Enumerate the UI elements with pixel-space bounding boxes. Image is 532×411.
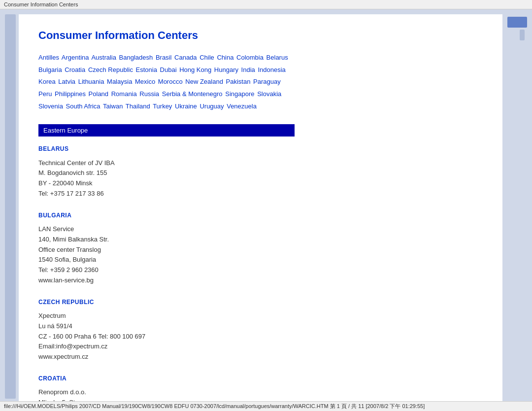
country-block-belarus: BELARUS Technical Center of JV IBA M. Bo…	[38, 144, 483, 199]
nav-link-south-africa[interactable]: South Africa	[66, 103, 100, 110]
nav-links: Antilles Argentina Australia Bangladesh …	[38, 52, 483, 112]
belarus-line-2: M. Bogdanovich str. 155	[38, 168, 483, 178]
nav-link-poland[interactable]: Poland	[89, 90, 108, 98]
croatia-line-1: Renoprom d.o.o.	[38, 387, 483, 398]
czech-line-5: www.xpectrum.cz	[38, 352, 483, 362]
nav-link-czech-republic[interactable]: Czech Republic	[88, 66, 133, 73]
nav-link-hongkong[interactable]: Hong Kong	[179, 66, 211, 73]
nav-link-venezuela[interactable]: Venezuela	[227, 103, 257, 110]
section-header: Eastern Europe	[38, 124, 295, 137]
right-thin-bar	[520, 30, 525, 40]
right-sidebar	[502, 14, 532, 411]
nav-link-india[interactable]: India	[241, 66, 255, 73]
status-bar: file:///Hi/OEM.MODELS/Philips 2007/CD Ma…	[0, 401, 532, 411]
nav-link-brasil[interactable]: Brasil	[156, 54, 172, 61]
title-bar: Consumer Information Centers	[0, 0, 532, 9]
nav-link-lithuania[interactable]: Lithuania	[78, 78, 104, 85]
nav-link-turkey[interactable]: Turkey	[153, 103, 172, 110]
bulgaria-line-6: www.lan-service.bg	[38, 275, 483, 286]
nav-link-paraguay[interactable]: Paraguay	[253, 78, 281, 85]
nav-link-hungary[interactable]: Hungary	[214, 66, 238, 73]
bulgaria-line-4: 1540 Sofia, Bulgaria	[38, 255, 483, 265]
country-block-czech-republic: CZECH REPUBLIC Xpectrum Lu ná 591/4 CZ -…	[38, 298, 483, 362]
nav-link-argentina[interactable]: Argentina	[62, 54, 89, 61]
country-heading-croatia: CROATIA	[38, 374, 483, 383]
country-block-bulgaria: BULGARIA LAN Service 140, Mimi Balkanska…	[38, 211, 483, 286]
nav-link-antilles[interactable]: Antilles	[38, 54, 59, 61]
nav-link-colombia[interactable]: Colombia	[236, 54, 264, 61]
czech-line-3: CZ - 160 00 Praha 6 Tel: 800 100 697	[38, 332, 483, 342]
nav-link-singapore[interactable]: Singapore	[225, 90, 254, 98]
bulgaria-line-2: 140, Mimi Balkanska Str.	[38, 235, 483, 245]
nav-link-slovenia[interactable]: Slovenia	[38, 103, 63, 110]
nav-link-croatia[interactable]: Croatia	[65, 66, 85, 73]
nav-link-mexico[interactable]: Mexico	[135, 78, 155, 85]
nav-link-bangladesh[interactable]: Bangladesh	[119, 54, 153, 61]
nav-link-taiwan[interactable]: Taiwan	[103, 103, 123, 110]
nav-link-china[interactable]: China	[217, 54, 233, 61]
czech-line-4: Email:info@xpectrum.cz	[38, 342, 483, 352]
nav-link-peru[interactable]: Peru	[38, 90, 52, 98]
belarus-line-4: Tel: +375 17 217 33 86	[38, 189, 483, 199]
nav-link-indonesia[interactable]: Indonesia	[258, 66, 285, 73]
nav-link-russia[interactable]: Russia	[139, 90, 159, 98]
nav-link-thailand[interactable]: Thailand	[126, 103, 150, 110]
nav-link-malaysia[interactable]: Malaysia	[107, 78, 132, 85]
czech-line-2: Lu ná 591/4	[38, 321, 483, 332]
status-bar-text: file:///Hi/OEM.MODELS/Philips 2007/CD Ma…	[4, 403, 425, 409]
country-heading-belarus: BELARUS	[38, 144, 483, 154]
nav-link-new-zealand[interactable]: New Zealand	[185, 78, 223, 85]
nav-link-belarus[interactable]: Belarus	[266, 54, 288, 61]
nav-link-uruguay[interactable]: Uruguay	[200, 103, 224, 110]
nav-link-serbia[interactable]: Serbia & Montenegro	[162, 90, 223, 98]
nav-link-philippines[interactable]: Philippines	[55, 90, 86, 98]
country-heading-bulgaria: BULGARIA	[38, 211, 483, 220]
belarus-line-3: BY - 220040 Minsk	[38, 178, 483, 189]
nav-link-latvia[interactable]: Latvia	[58, 78, 75, 85]
main-layout: Consumer Information Centers Antilles Ar…	[0, 9, 532, 411]
nav-link-pakistan[interactable]: Pakistan	[226, 78, 251, 85]
nav-link-slovakia[interactable]: Slovakia	[257, 90, 281, 98]
nav-link-morocco[interactable]: Morocco	[158, 78, 183, 85]
nav-link-dubai[interactable]: Dubai	[160, 66, 177, 73]
right-blue-bar-top	[507, 17, 527, 28]
country-heading-czech-republic: CZECH REPUBLIC	[38, 298, 483, 307]
left-blue-bar	[5, 14, 16, 399]
bulgaria-line-3: Office center Translog	[38, 245, 483, 255]
nav-link-ukraine[interactable]: Ukraine	[175, 103, 197, 110]
nav-link-romania[interactable]: Romania	[111, 90, 137, 98]
bulgaria-line-1: LAN Service	[38, 224, 483, 235]
nav-link-bulgaria[interactable]: Bulgaria	[38, 66, 62, 73]
czech-line-1: Xpectrum	[38, 311, 483, 321]
page-title: Consumer Information Centers	[38, 29, 483, 42]
nav-link-australia[interactable]: Australia	[91, 54, 116, 61]
nav-link-chile[interactable]: Chile	[200, 54, 214, 61]
bulgaria-line-5: Tel: +359 2 960 2360	[38, 265, 483, 275]
belarus-line-1: Technical Center of JV IBA	[38, 158, 483, 169]
nav-link-korea[interactable]: Korea	[38, 78, 56, 85]
title-bar-text: Consumer Information Centers	[4, 1, 78, 7]
nav-link-canada[interactable]: Canada	[174, 54, 197, 61]
content-area: Consumer Information Centers Antilles Ar…	[19, 14, 502, 411]
left-sidebar	[0, 14, 19, 411]
nav-link-estonia[interactable]: Estonia	[136, 66, 157, 73]
